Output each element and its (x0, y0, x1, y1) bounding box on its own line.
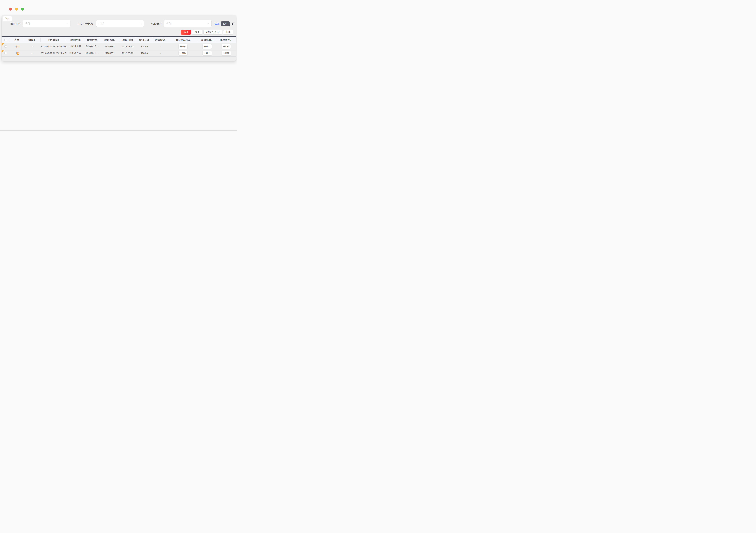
bill-type-select[interactable]: 全部 (23, 20, 70, 27)
cell-upload-time: 2023-02-27 16:15:15.441 (40, 45, 66, 48)
window-traffic-lights (9, 8, 24, 11)
yonyou-verify-status-badge: 未查验 (178, 51, 188, 56)
row-checkbox-cell (2, 52, 9, 54)
table-footer-spacer (2, 57, 236, 61)
header-thumbnail: 缩略图 (24, 37, 40, 43)
seq-number: 1 (14, 52, 15, 54)
filter-label-save-status: 保存状态 (151, 22, 161, 26)
face-compare-status-badge: 未对比 (202, 44, 212, 49)
select-all-checkbox[interactable] (4, 39, 7, 41)
save-status-placeholder: 全部 (166, 22, 206, 25)
cell-seq: 1重 (9, 52, 24, 55)
header-yonyou-verify-status: 用友查验状态 (168, 37, 198, 43)
cell-total-amount: 178.80 (136, 45, 153, 48)
reset-link[interactable]: 重置 (215, 22, 219, 25)
table-header-row: 序号 缩略图 上传时间 票据种类 发票种类 票据号码 票据日期 税价合计 收票状… (2, 37, 236, 43)
collapse-double-chevron-icon[interactable] (231, 22, 234, 25)
header-upload-time[interactable]: 上传时间 (40, 37, 66, 43)
cell-invoice-type: 增值税电子... (85, 52, 99, 55)
header-checkbox-cell (2, 37, 9, 43)
query-button[interactable]: 查询 (221, 21, 230, 26)
cell-yonyou-verify-status: 未查验 (168, 44, 198, 49)
cell-bill-date: 2022-08-12 (120, 52, 136, 54)
face-compare-status-badge: 未对比 (202, 51, 212, 56)
window-bottom-edge (0, 130, 237, 131)
yonyou-verify-status-select[interactable]: 全部 (96, 20, 144, 27)
row-checkbox[interactable] (4, 45, 7, 48)
cell-thumbnail: -- (24, 52, 40, 54)
cell-yonyou-verify-status: 未查验 (168, 51, 198, 56)
table-row[interactable]: ! 2重 -- 2023-02-27 16:15:15.441 增值税发票 增值… (2, 43, 236, 50)
cell-bill-date: 2022-08-12 (120, 45, 136, 48)
cell-bill-type: 增值税发票 (66, 45, 85, 48)
window-minimize-button[interactable] (15, 8, 18, 11)
cell-invoice-type: 增值税电子... (85, 45, 99, 48)
header-seq: 序号 (9, 37, 24, 43)
bill-table: 序号 缩略图 上传时间 票据种类 发票种类 票据号码 票据日期 税价合计 收票状… (2, 36, 236, 61)
seq-number: 2 (14, 45, 15, 48)
table-body: ! 2重 -- 2023-02-27 16:15:15.441 增值税发票 增值… (2, 43, 236, 57)
chevron-down-icon (139, 22, 142, 25)
header-bill-type: 票据种类 (66, 37, 85, 43)
cell-save-status: 未保存 (216, 51, 236, 56)
verify-button[interactable]: 查验 (192, 30, 202, 35)
cell-seq: 2重 (9, 45, 24, 48)
bill-type-placeholder: 全部 (25, 22, 65, 25)
yonyou-verify-status-placeholder: 全部 (99, 22, 139, 25)
chevron-down-icon (65, 22, 68, 25)
table-row[interactable]: ! 1重 -- 2023-02-27 16:15:15.318 增值税发票 增值… (2, 50, 236, 57)
save-to-bill-center-button[interactable]: 保存至票据中心 (203, 30, 222, 35)
cell-save-status: 未保存 (216, 44, 236, 49)
duplicate-badge: 重 (16, 45, 19, 48)
duplicate-badge: 重 (16, 52, 19, 55)
save-status-badge: 未保存 (222, 44, 231, 49)
cell-total-amount: 178.80 (136, 52, 153, 54)
filter-label-bill-type: 票据种类 (10, 22, 20, 26)
yonyou-verify-status-badge: 未查验 (178, 44, 188, 49)
window-close-button[interactable] (9, 8, 12, 11)
row-checkbox-cell (2, 45, 9, 48)
row-checkbox[interactable] (4, 52, 7, 54)
cell-receive-status: -- (153, 45, 168, 48)
chevron-down-icon (206, 22, 209, 25)
add-button[interactable]: 新增 (181, 30, 191, 35)
cell-face-compare-status: 未对比 (198, 51, 216, 56)
back-button[interactable]: 返回 (3, 16, 12, 21)
cell-upload-time: 2023-02-27 16:15:15.318 (40, 52, 66, 54)
cell-receive-status: -- (153, 52, 168, 54)
delete-button[interactable]: 删除 (223, 30, 233, 35)
filter-label-yonyou-verify-status: 用友查验状态 (78, 22, 93, 26)
cell-thumbnail: -- (24, 45, 40, 48)
cell-face-compare-status: 未对比 (198, 44, 216, 49)
header-save-status: 保存状态... (216, 37, 236, 43)
cell-bill-number: 24786782 (99, 45, 120, 48)
window-zoom-button[interactable] (21, 8, 24, 11)
sort-icon[interactable] (58, 39, 59, 41)
header-upload-time-label: 上传时间 (47, 38, 58, 42)
save-status-select[interactable]: 全部 (164, 20, 211, 27)
header-receive-status: 收票状态 (153, 37, 168, 43)
header-total-amount: 税价合计 (136, 37, 153, 43)
header-face-compare: 票面比对... (198, 37, 216, 43)
main-panel: 返回 票据种类 全部 用友查验状态 全部 保存状态 全部 重置 查询 新增 查验… (2, 15, 236, 61)
header-bill-number: 票据号码 (99, 37, 120, 43)
cell-bill-type: 增值税发票 (66, 52, 85, 55)
save-status-badge: 未保存 (222, 51, 231, 56)
header-bill-date: 票据日期 (120, 37, 136, 43)
page: 返回 票据种类 全部 用友查验状态 全部 保存状态 全部 重置 查询 新增 查验… (0, 0, 237, 131)
cell-bill-number: 24786782 (99, 52, 120, 54)
header-invoice-type: 发票种类 (85, 37, 99, 43)
